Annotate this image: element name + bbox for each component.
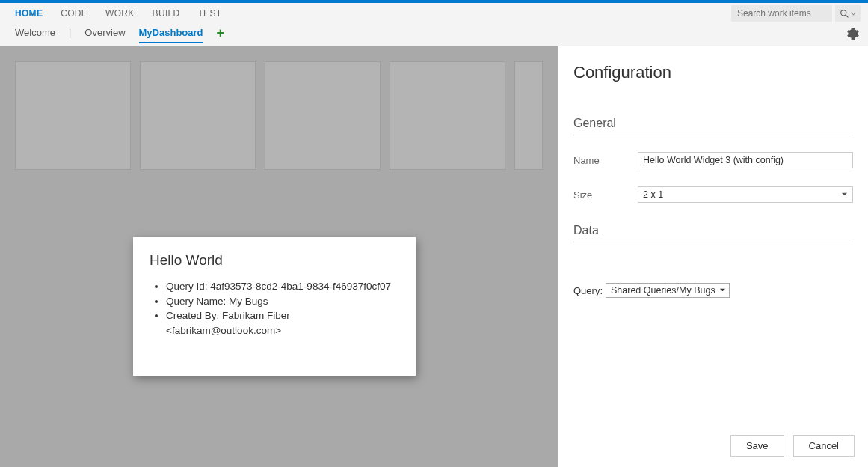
main-area: Hello World Query Id: 4af93573-8cd2-4ba1… <box>0 46 868 467</box>
nav-tab-code[interactable]: CODE <box>61 8 87 19</box>
placeholder-row <box>15 61 543 170</box>
sub-nav: Welcome | Overview MyDashboard + <box>0 24 868 46</box>
query-select-value: Shared Queries/My Bugs <box>611 285 715 296</box>
add-dashboard-button[interactable]: + <box>217 25 225 44</box>
nav-tabs: HOME CODE WORK BUILD TEST <box>15 8 221 19</box>
nav-tab-work[interactable]: WORK <box>105 8 135 19</box>
query-field-row: Query: Shared Queries/My Bugs <box>573 283 853 298</box>
general-heading: General <box>573 117 853 135</box>
data-heading: Data <box>573 224 853 242</box>
sub-tab-mydashboard[interactable]: MyDashboard <box>139 27 203 43</box>
widget-list: Query Id: 4af93573-8cd2-4ba1-9834-f46937… <box>150 279 399 338</box>
search-area <box>731 5 861 22</box>
search-input[interactable] <box>731 5 832 22</box>
widget-title: Hello World <box>150 252 399 269</box>
name-field-row: Name <box>573 152 853 168</box>
name-label: Name <box>573 155 638 166</box>
nav-tab-home[interactable]: HOME <box>15 8 43 19</box>
chevron-down-icon <box>719 285 726 296</box>
size-select-value: 2 x 1 <box>643 189 663 200</box>
widget-list-item: Query Id: 4af93573-8cd2-4ba1-9834-f46937… <box>166 279 399 294</box>
sub-tabs: Welcome | Overview MyDashboard + <box>15 25 224 44</box>
sub-tab-welcome[interactable]: Welcome <box>15 27 55 43</box>
size-label: Size <box>573 189 638 201</box>
gear-icon[interactable] <box>847 28 859 42</box>
footer-buttons: Save Cancel <box>730 435 855 457</box>
widget-list-item: Query Name: My Bugs <box>166 294 399 309</box>
search-icon <box>840 9 849 19</box>
widget-placeholder[interactable] <box>514 61 543 170</box>
widget-placeholder[interactable] <box>15 61 131 170</box>
nav-tab-build[interactable]: BUILD <box>153 8 180 19</box>
configuration-panel: Configuration General Name Size 2 x 1 Da… <box>558 46 868 467</box>
chevron-down-icon <box>841 189 848 200</box>
nav-tab-test[interactable]: TEST <box>197 8 221 19</box>
query-select[interactable]: Shared Queries/My Bugs <box>606 283 730 298</box>
search-button[interactable] <box>835 5 861 22</box>
size-select[interactable]: 2 x 1 <box>638 186 853 203</box>
sub-tab-overview[interactable]: Overview <box>84 27 125 43</box>
hello-world-widget[interactable]: Hello World Query Id: 4af93573-8cd2-4ba1… <box>133 237 416 376</box>
dashboard-canvas: Hello World Query Id: 4af93573-8cd2-4ba1… <box>0 46 558 467</box>
widget-placeholder[interactable] <box>265 61 381 170</box>
divider: | <box>69 27 71 43</box>
widget-placeholder[interactable] <box>390 61 505 170</box>
name-input[interactable] <box>638 152 853 168</box>
svg-line-1 <box>846 15 848 17</box>
size-field-row: Size 2 x 1 <box>573 186 853 203</box>
widget-list-item: Created By: Fabrikam Fiber <fabrikam@out… <box>166 308 399 338</box>
cancel-button[interactable]: Cancel <box>793 435 855 457</box>
svg-point-0 <box>841 10 846 15</box>
save-button[interactable]: Save <box>730 435 784 457</box>
top-nav: HOME CODE WORK BUILD TEST <box>0 3 868 24</box>
chevron-down-icon <box>851 11 856 16</box>
config-title: Configuration <box>573 63 853 82</box>
query-label: Query: <box>573 285 603 296</box>
widget-placeholder[interactable] <box>140 61 256 170</box>
